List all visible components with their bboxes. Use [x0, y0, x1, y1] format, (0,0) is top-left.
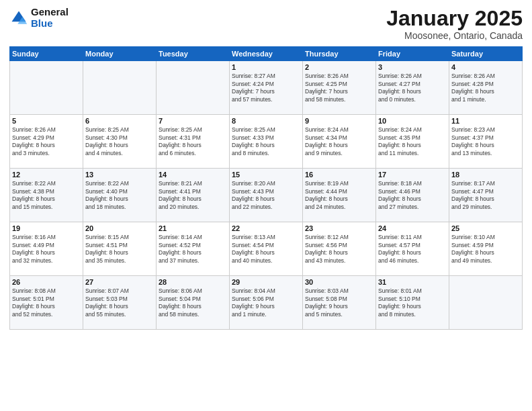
header-row: Sunday Monday Tuesday Wednesday Thursday… — [10, 47, 523, 61]
day-number: 3 — [378, 63, 447, 71]
table-row: 3Sunrise: 8:26 AM Sunset: 4:27 PM Daylig… — [376, 61, 449, 115]
calendar-week-3: 19Sunrise: 8:16 AM Sunset: 4:49 PM Dayli… — [10, 222, 523, 276]
table-row: 17Sunrise: 8:18 AM Sunset: 4:46 PM Dayli… — [376, 169, 449, 222]
day-number: 30 — [305, 278, 373, 286]
table-row: 24Sunrise: 8:11 AM Sunset: 4:57 PM Dayli… — [376, 222, 449, 276]
day-number: 14 — [159, 171, 227, 179]
day-number: 28 — [159, 278, 227, 286]
day-info: Sunrise: 8:16 AM Sunset: 4:49 PM Dayligh… — [12, 234, 81, 265]
table-row: 5Sunrise: 8:26 AM Sunset: 4:29 PM Daylig… — [10, 115, 83, 169]
day-number: 13 — [85, 171, 154, 179]
day-info: Sunrise: 8:01 AM Sunset: 5:10 PM Dayligh… — [378, 287, 447, 318]
day-info: Sunrise: 8:07 AM Sunset: 5:03 PM Dayligh… — [85, 287, 154, 318]
location: Moosonee, Ontario, Canada — [386, 30, 523, 41]
col-monday: Monday — [83, 47, 157, 61]
calendar-week-2: 12Sunrise: 8:22 AM Sunset: 4:38 PM Dayli… — [10, 169, 523, 222]
calendar-week-0: 1Sunrise: 8:27 AM Sunset: 4:24 PM Daylig… — [10, 61, 523, 115]
day-info: Sunrise: 8:04 AM Sunset: 5:06 PM Dayligh… — [232, 287, 300, 318]
day-number: 19 — [12, 224, 81, 232]
table-row — [449, 276, 523, 330]
day-number: 17 — [378, 171, 447, 179]
day-info: Sunrise: 8:18 AM Sunset: 4:46 PM Dayligh… — [378, 180, 447, 211]
day-info: Sunrise: 8:24 AM Sunset: 4:34 PM Dayligh… — [305, 126, 373, 157]
table-row: 26Sunrise: 8:08 AM Sunset: 5:01 PM Dayli… — [10, 276, 83, 330]
day-number: 27 — [85, 278, 154, 286]
day-info: Sunrise: 8:23 AM Sunset: 4:37 PM Dayligh… — [451, 126, 520, 157]
calendar-week-4: 26Sunrise: 8:08 AM Sunset: 5:01 PM Dayli… — [10, 276, 523, 330]
col-wednesday: Wednesday — [230, 47, 303, 61]
table-row: 23Sunrise: 8:12 AM Sunset: 4:56 PM Dayli… — [303, 222, 376, 276]
table-row: 10Sunrise: 8:24 AM Sunset: 4:35 PM Dayli… — [376, 115, 449, 169]
day-info: Sunrise: 8:08 AM Sunset: 5:01 PM Dayligh… — [12, 287, 81, 318]
day-info: Sunrise: 8:26 AM Sunset: 4:29 PM Dayligh… — [12, 126, 81, 157]
day-number: 22 — [232, 224, 300, 232]
table-row: 20Sunrise: 8:15 AM Sunset: 4:51 PM Dayli… — [83, 222, 157, 276]
col-friday: Friday — [376, 47, 449, 61]
day-info: Sunrise: 8:17 AM Sunset: 4:47 PM Dayligh… — [451, 180, 520, 211]
col-thursday: Thursday — [303, 47, 376, 61]
table-row: 31Sunrise: 8:01 AM Sunset: 5:10 PM Dayli… — [376, 276, 449, 330]
day-number: 1 — [232, 63, 300, 71]
table-row: 7Sunrise: 8:25 AM Sunset: 4:31 PM Daylig… — [157, 115, 230, 169]
month-title: January 2025 — [386, 7, 523, 30]
day-number: 11 — [451, 117, 520, 125]
day-number: 4 — [451, 63, 520, 71]
table-row: 13Sunrise: 8:22 AM Sunset: 4:40 PM Dayli… — [83, 169, 157, 222]
day-number: 12 — [12, 171, 81, 179]
day-info: Sunrise: 8:27 AM Sunset: 4:24 PM Dayligh… — [232, 73, 300, 103]
day-number: 18 — [451, 171, 520, 179]
day-number: 25 — [451, 224, 520, 232]
day-number: 21 — [159, 224, 227, 232]
logo-icon — [9, 9, 28, 28]
col-tuesday: Tuesday — [157, 47, 230, 61]
table-row — [83, 61, 157, 115]
table-row: 28Sunrise: 8:06 AM Sunset: 5:04 PM Dayli… — [157, 276, 230, 330]
table-row: 29Sunrise: 8:04 AM Sunset: 5:06 PM Dayli… — [230, 276, 303, 330]
table-row: 22Sunrise: 8:13 AM Sunset: 4:54 PM Dayli… — [230, 222, 303, 276]
day-info: Sunrise: 8:21 AM Sunset: 4:41 PM Dayligh… — [159, 180, 227, 211]
table-row: 11Sunrise: 8:23 AM Sunset: 4:37 PM Dayli… — [449, 115, 523, 169]
day-number: 5 — [12, 117, 81, 125]
table-row: 15Sunrise: 8:20 AM Sunset: 4:43 PM Dayli… — [230, 169, 303, 222]
day-info: Sunrise: 8:12 AM Sunset: 4:56 PM Dayligh… — [305, 234, 373, 265]
day-number: 16 — [305, 171, 373, 179]
calendar-page: General Blue January 2025 Moosonee, Onta… — [0, 0, 532, 411]
day-number: 6 — [85, 117, 154, 125]
logo: General Blue — [9, 7, 69, 29]
day-info: Sunrise: 8:25 AM Sunset: 4:33 PM Dayligh… — [232, 126, 300, 157]
calendar-week-1: 5Sunrise: 8:26 AM Sunset: 4:29 PM Daylig… — [10, 115, 523, 169]
table-row: 19Sunrise: 8:16 AM Sunset: 4:49 PM Dayli… — [10, 222, 83, 276]
day-number: 15 — [232, 171, 300, 179]
day-info: Sunrise: 8:11 AM Sunset: 4:57 PM Dayligh… — [378, 234, 447, 265]
table-row: 1Sunrise: 8:27 AM Sunset: 4:24 PM Daylig… — [230, 61, 303, 115]
col-saturday: Saturday — [449, 47, 523, 61]
day-info: Sunrise: 8:19 AM Sunset: 4:44 PM Dayligh… — [305, 180, 373, 211]
table-row: 30Sunrise: 8:03 AM Sunset: 5:08 PM Dayli… — [303, 276, 376, 330]
day-info: Sunrise: 8:25 AM Sunset: 4:31 PM Dayligh… — [159, 126, 227, 157]
day-info: Sunrise: 8:25 AM Sunset: 4:30 PM Dayligh… — [85, 126, 154, 157]
day-info: Sunrise: 8:20 AM Sunset: 4:43 PM Dayligh… — [232, 180, 300, 211]
logo-text: General Blue — [31, 7, 69, 29]
table-row — [157, 61, 230, 115]
day-number: 10 — [378, 117, 447, 125]
table-row: 27Sunrise: 8:07 AM Sunset: 5:03 PM Dayli… — [83, 276, 157, 330]
day-info: Sunrise: 8:22 AM Sunset: 4:38 PM Dayligh… — [12, 180, 81, 211]
day-number: 29 — [232, 278, 300, 286]
day-info: Sunrise: 8:26 AM Sunset: 4:27 PM Dayligh… — [378, 73, 447, 103]
calendar-table: Sunday Monday Tuesday Wednesday Thursday… — [9, 46, 523, 330]
day-info: Sunrise: 8:06 AM Sunset: 5:04 PM Dayligh… — [159, 287, 227, 318]
day-info: Sunrise: 8:22 AM Sunset: 4:40 PM Dayligh… — [85, 180, 154, 211]
table-row: 14Sunrise: 8:21 AM Sunset: 4:41 PM Dayli… — [157, 169, 230, 222]
table-row: 16Sunrise: 8:19 AM Sunset: 4:44 PM Dayli… — [303, 169, 376, 222]
day-info: Sunrise: 8:15 AM Sunset: 4:51 PM Dayligh… — [85, 234, 154, 265]
day-info: Sunrise: 8:13 AM Sunset: 4:54 PM Dayligh… — [232, 234, 300, 265]
day-info: Sunrise: 8:26 AM Sunset: 4:25 PM Dayligh… — [305, 73, 373, 103]
day-info: Sunrise: 8:14 AM Sunset: 4:52 PM Dayligh… — [159, 234, 227, 265]
table-row: 12Sunrise: 8:22 AM Sunset: 4:38 PM Dayli… — [10, 169, 83, 222]
day-number: 24 — [378, 224, 447, 232]
day-info: Sunrise: 8:24 AM Sunset: 4:35 PM Dayligh… — [378, 126, 447, 157]
table-row — [10, 61, 83, 115]
table-row: 4Sunrise: 8:26 AM Sunset: 4:28 PM Daylig… — [449, 61, 523, 115]
table-row: 25Sunrise: 8:10 AM Sunset: 4:59 PM Dayli… — [449, 222, 523, 276]
day-info: Sunrise: 8:03 AM Sunset: 5:08 PM Dayligh… — [305, 287, 373, 318]
